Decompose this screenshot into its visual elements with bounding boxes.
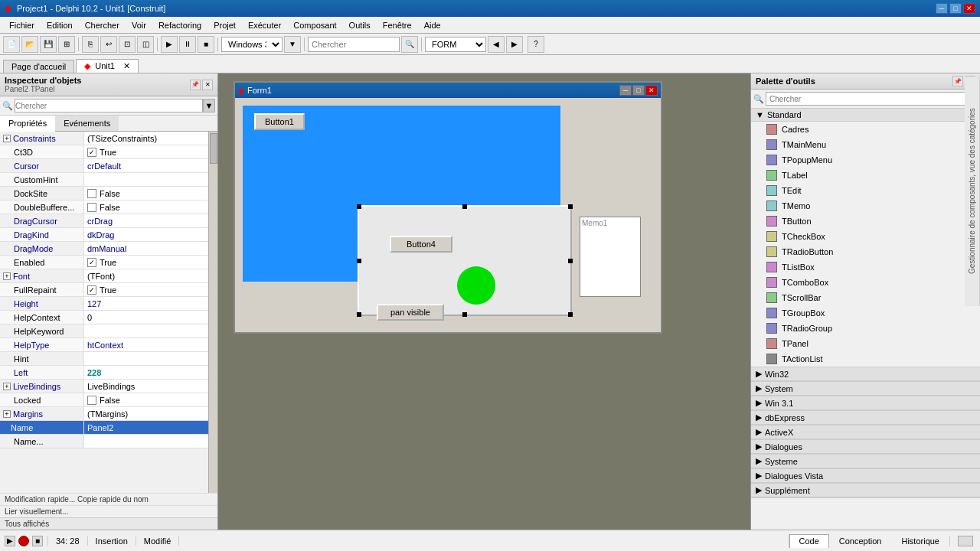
handle-br[interactable]: [568, 312, 573, 317]
maximize-button[interactable]: □: [949, 3, 962, 14]
handle-tl[interactable]: [357, 204, 361, 209]
palette-item-tcombobox[interactable]: TComboBox: [751, 275, 980, 290]
inspector-search-input[interactable]: [15, 99, 203, 112]
menu-executer[interactable]: Exécuter: [242, 19, 287, 31]
palette-section-dbexpress-header[interactable]: ▶ dbExpress: [751, 411, 980, 425]
palette-section-standard-header[interactable]: ▼ Standard: [751, 109, 980, 122]
tb-btn-9[interactable]: ▶: [161, 36, 178, 53]
title-bar-controls[interactable]: ─ □ ✕: [936, 3, 975, 14]
livebindings-expand[interactable]: +: [3, 383, 11, 390]
search-toolbar-input[interactable]: [308, 37, 400, 52]
prop-height-value[interactable]: 127: [84, 297, 208, 310]
inspector-scrollbar-thumb[interactable]: [210, 133, 217, 164]
prop-customhint-value[interactable]: [84, 173, 208, 186]
menu-chercher[interactable]: Chercher: [79, 19, 126, 31]
inspector-scrollbar[interactable]: [208, 132, 217, 493]
palette-section-systeme-header[interactable]: ▶ Systeme: [751, 455, 980, 468]
palette-section-supplement-header[interactable]: ▶ Supplément: [751, 484, 980, 497]
doublebuffer-checkbox[interactable]: [87, 203, 96, 212]
prop-name2-value[interactable]: [84, 435, 208, 448]
palette-item-tpanel[interactable]: TPanel: [751, 336, 980, 351]
bottom-tab-conception[interactable]: Conception: [829, 534, 892, 548]
platform-dropdown[interactable]: Windows 32 bits: [221, 37, 283, 52]
form-dropdown[interactable]: FORM: [425, 37, 486, 52]
prop-name-value[interactable]: Panel2: [84, 421, 208, 434]
menu-composant[interactable]: Composant: [287, 19, 342, 31]
prop-dragkind-value[interactable]: dkDrag: [84, 228, 208, 241]
palette-item-tlistbox[interactable]: TListBox: [751, 259, 980, 275]
ct3d-checkbox[interactable]: [87, 148, 96, 157]
tb-btn-5[interactable]: ⎘: [82, 36, 99, 53]
handle-mr[interactable]: [568, 259, 573, 263]
prop-margins-value[interactable]: (TMargins): [84, 407, 208, 420]
handle-tr[interactable]: [568, 204, 573, 209]
palette-section-win32-header[interactable]: ▶ Win32: [751, 367, 980, 381]
close-button[interactable]: ✕: [963, 3, 975, 14]
palette-item-tactionlist[interactable]: TActionList: [751, 351, 980, 367]
handle-ml[interactable]: [357, 259, 361, 263]
enabled-checkbox[interactable]: [87, 258, 96, 267]
palette-item-tgroupbox[interactable]: TGroupBox: [751, 305, 980, 321]
palette-section-activex-header[interactable]: ▶ ActiveX: [751, 425, 980, 439]
palette-section-dialogues-header[interactable]: ▶ Dialogues: [751, 440, 980, 454]
help-button[interactable]: ?: [528, 36, 544, 53]
palette-item-tcheckbox[interactable]: TCheckBox: [751, 229, 980, 244]
palette-item-tradiogroup[interactable]: TRadioGroup: [751, 321, 980, 336]
prop-hint-value[interactable]: [84, 352, 208, 365]
handle-bm[interactable]: [462, 312, 467, 317]
play-button[interactable]: ▶: [5, 536, 15, 546]
prop-helptype-value[interactable]: htContext: [84, 338, 208, 351]
inspector-tab-events[interactable]: Evénements: [55, 116, 119, 131]
tb-btn-6[interactable]: ↩: [100, 36, 117, 53]
palette-item-tmainmenu[interactable]: TMainMenu: [751, 137, 980, 152]
margins-expand[interactable]: +: [3, 410, 11, 418]
nav-back-button[interactable]: ◀: [488, 36, 505, 53]
palette-item-tscrollbar[interactable]: TScrollBar: [751, 290, 980, 305]
palette-item-tedit[interactable]: TEdit: [751, 183, 980, 198]
bottom-tab-code[interactable]: Code: [789, 534, 829, 548]
new-button[interactable]: 📄: [3, 36, 20, 53]
prop-helpkeyword-value[interactable]: [84, 324, 208, 337]
menu-edition[interactable]: Edition: [41, 19, 79, 31]
tb-btn-12[interactable]: ▼: [284, 36, 301, 53]
save-all-button[interactable]: ⊞: [58, 36, 75, 53]
menu-voir[interactable]: Voir: [126, 19, 152, 31]
prop-helpcontext-value[interactable]: 0: [84, 311, 208, 324]
record-button[interactable]: [18, 536, 29, 546]
prop-dragcursor-value[interactable]: crDrag: [84, 214, 208, 227]
menu-projet[interactable]: Projet: [207, 19, 242, 31]
status-right-button[interactable]: [949, 536, 980, 546]
form-maximize-btn[interactable]: □: [632, 85, 645, 96]
palette-section-win31-header[interactable]: ▶ Win 3.1: [751, 396, 980, 410]
form-minimize-btn[interactable]: ─: [619, 85, 632, 96]
button4[interactable]: Button4: [390, 236, 452, 253]
palette-item-tbutton[interactable]: TButton: [751, 214, 980, 229]
palette-item-tlabel[interactable]: TLabel: [751, 168, 980, 183]
palette-pin-button[interactable]: 📌: [952, 76, 963, 86]
minimize-button[interactable]: ─: [936, 3, 948, 14]
handle-bl[interactable]: [357, 312, 361, 317]
prop-cursor-value[interactable]: crDefault: [84, 159, 208, 172]
fullrepaint-checkbox[interactable]: [87, 285, 96, 295]
prop-dragmode-value[interactable]: dmManual: [84, 242, 208, 255]
prop-constraints-value[interactable]: (TSizeConstraints): [84, 132, 208, 145]
palette-item-tpopupmenu[interactable]: TPopupMenu: [751, 152, 980, 168]
button1[interactable]: Button1: [254, 113, 305, 130]
palette-section-system-header[interactable]: ▶ System: [751, 382, 980, 396]
search-toolbar-button[interactable]: 🔍: [401, 36, 418, 53]
handle-tm[interactable]: [462, 204, 467, 209]
docksite-checkbox[interactable]: [87, 189, 96, 198]
palette-section-dialogues-vista-header[interactable]: ▶ Dialogues Vista: [751, 469, 980, 483]
bottom-tab-historique[interactable]: Historique: [891, 534, 949, 548]
inspector-pin-button[interactable]: 📌: [190, 80, 201, 90]
form-close-btn[interactable]: ✕: [645, 85, 658, 96]
inspector-tab-properties[interactable]: Propriétés: [0, 116, 55, 132]
menu-refactoring[interactable]: Refactoring: [152, 19, 207, 31]
memo1[interactable]: Memo1: [580, 217, 641, 297]
menu-fichier[interactable]: Fichier: [3, 19, 41, 31]
save-button[interactable]: 💾: [40, 36, 57, 53]
tab-unit1-close[interactable]: ✕: [123, 61, 130, 70]
open-button[interactable]: 📂: [21, 36, 38, 53]
pan-visible-button[interactable]: pan visible: [377, 304, 444, 321]
form-window[interactable]: ◆ Form1 ─ □ ✕ Button1: [234, 81, 662, 334]
